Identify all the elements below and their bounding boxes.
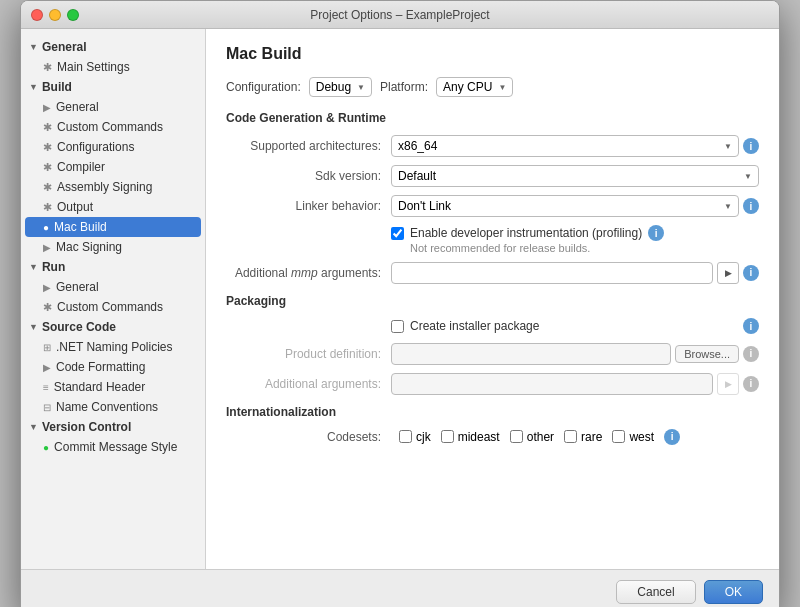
arch-info-button[interactable]: i [743, 138, 759, 154]
sidebar-item-compiler[interactable]: ✱ Compiler [21, 157, 205, 177]
footer: Cancel OK [21, 569, 779, 607]
sdk-control: Default ▼ [391, 165, 759, 187]
sidebar-item-configurations[interactable]: ✱ Configurations [21, 137, 205, 157]
sdk-label: Sdk version: [226, 169, 391, 183]
sidebar-section-run[interactable]: ▼ Run [21, 257, 205, 277]
linker-value: Don't Link [398, 199, 451, 213]
codeset-cjk-checkbox[interactable] [399, 430, 412, 443]
arch-control: x86_64 ▼ i [391, 135, 759, 157]
sidebar-item-mac-build[interactable]: ● Mac Build [25, 217, 201, 237]
sidebar-item-label: General [56, 100, 99, 114]
codeset-west-checkbox[interactable] [612, 430, 625, 443]
codeset-west: west [612, 430, 654, 444]
codeset-rare-checkbox[interactable] [564, 430, 577, 443]
mmp-info-button[interactable]: i [743, 265, 759, 281]
maximize-button[interactable] [67, 9, 79, 21]
gear-icon: ✱ [43, 141, 52, 154]
sidebar-section-build[interactable]: ▼ Build [21, 77, 205, 97]
grid2-icon: ⊟ [43, 402, 51, 413]
codesets-info-button[interactable]: i [664, 429, 680, 445]
minimize-button[interactable] [49, 9, 61, 21]
sidebar-item-label: Code Formatting [56, 360, 145, 374]
create-installer-info-button[interactable]: i [743, 318, 759, 334]
sidebar-section-source-code-label: Source Code [42, 320, 116, 334]
sdk-select[interactable]: Default ▼ [391, 165, 759, 187]
sidebar-item-main-settings[interactable]: ✱ Main Settings [21, 57, 205, 77]
titlebar: Project Options – ExampleProject [21, 1, 779, 29]
gear-icon: ✱ [43, 61, 52, 74]
ok-button[interactable]: OK [704, 580, 763, 604]
instrumentation-row: Enable developer instrumentation (profil… [226, 225, 759, 254]
sidebar-item-custom-commands[interactable]: ✱ Custom Commands [21, 117, 205, 137]
sidebar-section-general[interactable]: ▼ General [21, 37, 205, 57]
create-installer-row: Create installer package i [226, 318, 759, 335]
sidebar-item-label: Mac Signing [56, 240, 122, 254]
sidebar-item-label: Commit Message Style [54, 440, 177, 454]
sidebar-section-version-control[interactable]: ▼ Version Control [21, 417, 205, 437]
sidebar-item-label: Custom Commands [57, 120, 163, 134]
codeset-rare-label: rare [581, 430, 602, 444]
sidebar-item-net-naming[interactable]: ⊞ .NET Naming Policies [21, 337, 205, 357]
sidebar-item-assembly-signing[interactable]: ✱ Assembly Signing [21, 177, 205, 197]
linker-control: Don't Link ▼ i [391, 195, 759, 217]
create-installer-checkbox[interactable] [391, 320, 404, 333]
main-window: Project Options – ExampleProject ▼ Gener… [20, 0, 780, 607]
pkg-args-row: Additional arguments: ▶ i [226, 373, 759, 395]
pkg-args-control: ▶ i [391, 373, 759, 395]
sidebar-item-run-custom-commands[interactable]: ✱ Custom Commands [21, 297, 205, 317]
sidebar-item-name-conventions[interactable]: ⊟ Name Conventions [21, 397, 205, 417]
sidebar-item-label: Custom Commands [57, 300, 163, 314]
codeset-mideast: mideast [441, 430, 500, 444]
sidebar-item-build-general[interactable]: ▶ General [21, 97, 205, 117]
sidebar-item-standard-header[interactable]: ≡ Standard Header [21, 377, 205, 397]
circle-icon: ● [43, 222, 49, 233]
product-def-label: Product definition: [226, 347, 391, 361]
sidebar-item-label: Output [57, 200, 93, 214]
codeset-mideast-checkbox[interactable] [441, 430, 454, 443]
mmp-run-button[interactable]: ▶ [717, 262, 739, 284]
main-panel: Mac Build Configuration: Debug ▼ Platfor… [206, 29, 779, 569]
sidebar-item-run-general[interactable]: ▶ General [21, 277, 205, 297]
linker-select[interactable]: Don't Link ▼ [391, 195, 739, 217]
grid-icon: ⊞ [43, 342, 51, 353]
close-button[interactable] [31, 9, 43, 21]
codesets-row: Codesets: cjk mideast other [226, 429, 759, 445]
select-arrow-icon: ▼ [744, 172, 752, 181]
gear-icon: ✱ [43, 161, 52, 174]
instrumentation-info-button[interactable]: i [648, 225, 664, 241]
sdk-value: Default [398, 169, 436, 183]
create-installer-label: Create installer package [410, 318, 539, 335]
cancel-button[interactable]: Cancel [616, 580, 695, 604]
codeset-cjk-label: cjk [416, 430, 431, 444]
sidebar-item-label: Configurations [57, 140, 134, 154]
sidebar-item-code-formatting[interactable]: ▶ Code Formatting [21, 357, 205, 377]
sidebar-section-source-code[interactable]: ▼ Source Code [21, 317, 205, 337]
arch-select[interactable]: x86_64 ▼ [391, 135, 739, 157]
sidebar-item-commit-message[interactable]: ● Commit Message Style [21, 437, 205, 457]
sdk-row: Sdk version: Default ▼ [226, 165, 759, 187]
select-arrow-icon: ▼ [724, 202, 732, 211]
page-title: Mac Build [226, 45, 759, 63]
sidebar-item-mac-signing[interactable]: ▶ Mac Signing [21, 237, 205, 257]
configuration-dropdown[interactable]: Debug ▼ [309, 77, 372, 97]
instrumentation-checkbox[interactable] [391, 227, 404, 240]
browse-button[interactable]: Browse... [675, 345, 739, 363]
sidebar-section-build-label: Build [42, 80, 72, 94]
select-arrow-icon: ▼ [724, 142, 732, 151]
mmp-input[interactable] [391, 262, 713, 284]
content-area: ▼ General ✱ Main Settings ▼ Build ▶ Gene… [21, 29, 779, 569]
product-def-input [391, 343, 671, 365]
gear-icon: ✱ [43, 121, 52, 134]
instrumentation-sublabel: Not recommended for release builds. [410, 242, 642, 254]
linker-info-button[interactable]: i [743, 198, 759, 214]
triangle-icon: ▶ [43, 242, 51, 253]
collapse-icon: ▼ [29, 262, 38, 272]
codeset-other-checkbox[interactable] [510, 430, 523, 443]
product-def-info-button: i [743, 346, 759, 362]
collapse-icon: ▼ [29, 422, 38, 432]
instrumentation-label: Enable developer instrumentation (profil… [410, 225, 642, 242]
platform-dropdown[interactable]: Any CPU ▼ [436, 77, 513, 97]
sidebar-item-output[interactable]: ✱ Output [21, 197, 205, 217]
packaging-section-header: Packaging [226, 294, 759, 308]
sidebar: ▼ General ✱ Main Settings ▼ Build ▶ Gene… [21, 29, 206, 569]
